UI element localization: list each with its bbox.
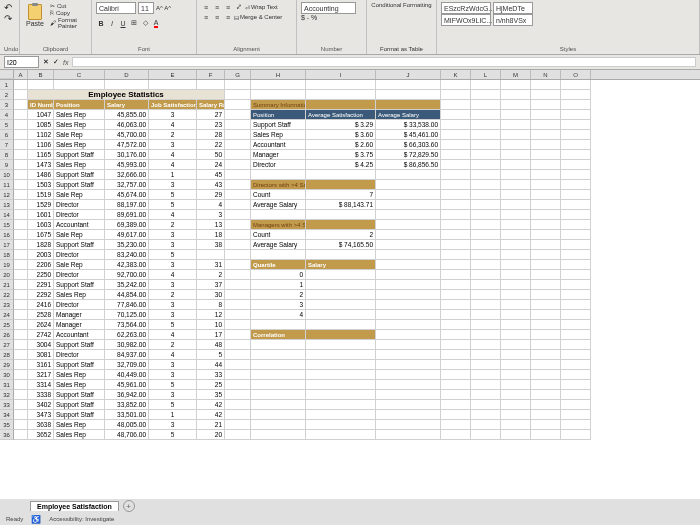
align-top-icon[interactable]: ≡	[201, 2, 211, 12]
cell[interactable]	[105, 80, 149, 90]
select-all-corner[interactable]	[0, 70, 14, 79]
cell[interactable]	[306, 390, 376, 400]
cell[interactable]	[225, 110, 251, 120]
cell[interactable]: 3	[251, 300, 306, 310]
cell[interactable]	[471, 430, 501, 440]
cell[interactable]	[376, 260, 441, 270]
cell[interactable]: Sales Rep	[251, 130, 306, 140]
cell[interactable]	[441, 170, 471, 180]
cell[interactable]: Count	[251, 230, 306, 240]
cell[interactable]	[376, 170, 441, 180]
cell[interactable]	[471, 220, 501, 230]
cell[interactable]	[225, 150, 251, 160]
cell[interactable]	[441, 330, 471, 340]
cell[interactable]: 44,854.00	[105, 290, 149, 300]
cell[interactable]: 1529	[28, 200, 54, 210]
cell[interactable]: 84,937.00	[105, 350, 149, 360]
cell[interactable]	[14, 100, 28, 110]
cell[interactable]: 4	[251, 310, 306, 320]
col-head-e[interactable]: E	[149, 70, 197, 79]
cell[interactable]: Job Satisfaction	[149, 100, 197, 110]
cell[interactable]: 3402	[28, 400, 54, 410]
cell[interactable]	[376, 400, 441, 410]
cell[interactable]: Director	[54, 300, 105, 310]
cell[interactable]	[501, 190, 531, 200]
cell[interactable]	[531, 410, 561, 420]
cell[interactable]: 3	[149, 180, 197, 190]
cell[interactable]	[471, 210, 501, 220]
bold-button[interactable]: B	[96, 18, 106, 28]
cell[interactable]: 5	[149, 430, 197, 440]
cell[interactable]: 2	[197, 270, 225, 280]
font-grow-shrink[interactable]: A^ A^	[156, 5, 171, 11]
cell[interactable]	[251, 170, 306, 180]
cell[interactable]	[14, 320, 28, 330]
cell[interactable]	[561, 190, 591, 200]
cell[interactable]	[441, 190, 471, 200]
cell[interactable]	[441, 320, 471, 330]
cell[interactable]: 3	[149, 360, 197, 370]
cell[interactable]	[197, 250, 225, 260]
cell[interactable]: Director	[54, 350, 105, 360]
cell[interactable]: 45	[197, 170, 225, 180]
row-head[interactable]: 7	[0, 140, 14, 150]
cell[interactable]: 3652	[28, 430, 54, 440]
cell[interactable]	[501, 150, 531, 160]
cell[interactable]	[306, 290, 376, 300]
cell[interactable]: 38	[197, 240, 225, 250]
cell[interactable]: $ 86,856.50	[376, 160, 441, 170]
cell[interactable]	[376, 350, 441, 360]
col-head-l[interactable]: L	[471, 70, 501, 79]
cell[interactable]	[225, 310, 251, 320]
cell[interactable]	[561, 150, 591, 160]
cell[interactable]: 3	[149, 390, 197, 400]
cell[interactable]	[376, 390, 441, 400]
cell[interactable]	[251, 340, 306, 350]
cell[interactable]	[376, 430, 441, 440]
align-center-icon[interactable]: ≡	[212, 12, 222, 22]
cell[interactable]	[376, 100, 441, 110]
cell[interactable]: Position	[251, 110, 306, 120]
row-head[interactable]: 15	[0, 220, 14, 230]
cell[interactable]	[14, 220, 28, 230]
cell[interactable]: 27	[197, 110, 225, 120]
row-head[interactable]: 13	[0, 200, 14, 210]
cell[interactable]	[441, 430, 471, 440]
cell[interactable]	[531, 170, 561, 180]
cell[interactable]	[441, 240, 471, 250]
cell[interactable]	[531, 90, 561, 100]
cell[interactable]	[376, 190, 441, 200]
cell[interactable]: 4	[149, 270, 197, 280]
cell[interactable]	[501, 90, 531, 100]
cell[interactable]: 4	[149, 160, 197, 170]
cell[interactable]: 43	[197, 180, 225, 190]
cell[interactable]	[376, 240, 441, 250]
cell[interactable]	[14, 360, 28, 370]
cell[interactable]: 89,691.00	[105, 210, 149, 220]
cell[interactable]	[531, 230, 561, 240]
cell[interactable]	[501, 310, 531, 320]
cell[interactable]	[225, 380, 251, 390]
cell[interactable]: $ 3.29	[306, 120, 376, 130]
cell[interactable]: Average Salary	[376, 110, 441, 120]
align-right-icon[interactable]: ≡	[223, 12, 233, 22]
cell[interactable]: 1	[251, 280, 306, 290]
cell[interactable]	[14, 350, 28, 360]
cell[interactable]: Directors with >4 Satisfaction	[251, 180, 306, 190]
cell[interactable]	[251, 410, 306, 420]
cell[interactable]: 1047	[28, 110, 54, 120]
row-head[interactable]: 8	[0, 150, 14, 160]
cell[interactable]	[531, 330, 561, 340]
cell[interactable]	[501, 320, 531, 330]
redo-icon[interactable]: ↷	[4, 13, 15, 24]
cell[interactable]: 2	[149, 220, 197, 230]
cell[interactable]	[561, 90, 591, 100]
cell[interactable]	[28, 80, 54, 90]
cell[interactable]	[501, 330, 531, 340]
row-head[interactable]: 35	[0, 420, 14, 430]
cell[interactable]	[306, 90, 376, 100]
cell[interactable]	[501, 240, 531, 250]
cell[interactable]	[441, 350, 471, 360]
row-head[interactable]: 31	[0, 380, 14, 390]
cell[interactable]: 69,389.00	[105, 220, 149, 230]
